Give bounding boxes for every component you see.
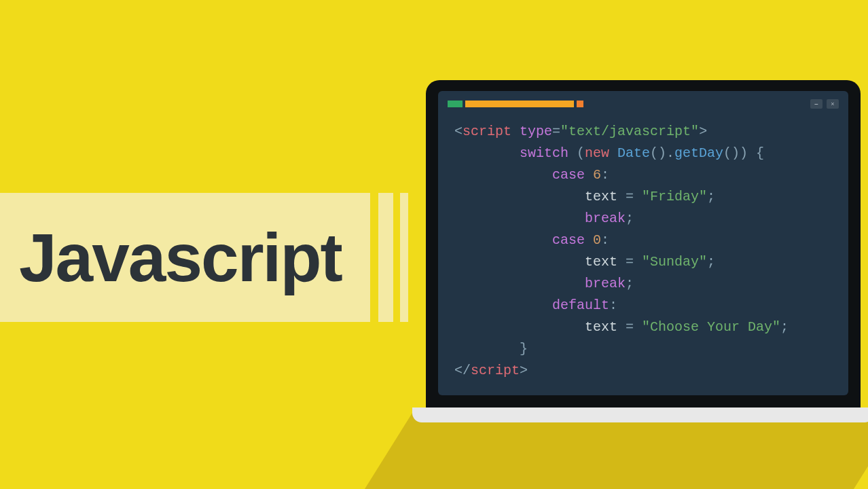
tk-getday: getDay (674, 145, 723, 161)
tk-sunday: "Sunday" (642, 254, 707, 270)
tk-tag-script-close: script (471, 363, 520, 378)
tk-tag-script-open: script (463, 124, 511, 139)
indent (454, 276, 585, 291)
tk-paren-open: ( (568, 145, 585, 161)
indent (454, 341, 520, 357)
window-close-button[interactable]: × (827, 99, 839, 109)
assign-2: = (617, 254, 642, 270)
editor-topbar: ‒ × (448, 99, 839, 109)
tk-colon-3: : (609, 297, 617, 313)
topbar-accent-green (448, 101, 463, 107)
indent (454, 297, 552, 313)
title-accent-bar-2 (400, 193, 408, 322)
indent (454, 211, 585, 226)
semi-3: ; (707, 254, 715, 270)
topbar-accent-orange (577, 101, 583, 107)
topbar-accent-yellow (465, 101, 574, 107)
tk-choose-day: "Choose Your Day" (642, 319, 780, 335)
indent (454, 254, 585, 270)
tk-getday-tail: ()) { (723, 145, 764, 161)
tk-case-2: case (552, 232, 585, 248)
tk-angle-open: < (454, 124, 463, 139)
semi-1: ; (707, 189, 715, 204)
laptop-shadow (234, 413, 868, 489)
tk-default: default (552, 297, 609, 313)
tk-eq: = (552, 124, 560, 139)
assign-1: = (617, 189, 642, 204)
tk-break-1: break (585, 211, 626, 226)
code-editor-screen: ‒ × <script type="text/javascript"> swit… (438, 91, 848, 395)
tk-case-1: case (552, 167, 585, 183)
laptop-illustration: ‒ × <script type="text/javascript"> swit… (426, 80, 861, 422)
tk-colon-1: : (601, 167, 609, 183)
assign-3: = (617, 319, 642, 335)
tk-date-call: (). (650, 145, 674, 161)
laptop-bezel: ‒ × <script type="text/javascript"> swit… (426, 80, 861, 408)
tk-break-2: break (585, 276, 626, 291)
tk-date-class: Date (609, 145, 650, 161)
title-main: Javascript (0, 193, 370, 322)
tk-colon-2: : (601, 232, 609, 248)
tk-text-1: text (585, 189, 617, 204)
semi-4: ; (626, 276, 634, 291)
tk-angle-close-2: > (520, 363, 528, 378)
semi-5: ; (780, 319, 789, 335)
indent (454, 232, 552, 248)
indent (454, 167, 552, 183)
code-block: <script type="text/javascript"> switch (… (448, 121, 839, 382)
tk-angle-open-close: </ (454, 363, 471, 378)
tk-friday: "Friday" (642, 189, 707, 204)
indent (454, 189, 585, 204)
tk-case-num-1: 6 (585, 167, 601, 183)
tk-angle-close-1: > (699, 124, 707, 139)
tk-case-num-2: 0 (585, 232, 601, 248)
tk-new: new (585, 145, 609, 161)
tk-text-3: text (585, 319, 617, 335)
brace-close: } (520, 341, 528, 357)
title-band: Javascript (0, 193, 408, 322)
window-minimize-button[interactable]: ‒ (810, 99, 822, 109)
tk-switch: switch (520, 145, 568, 161)
tk-attr-value: "text/javascript" (560, 124, 699, 139)
semi-2: ; (626, 211, 634, 226)
tk-attr-type: type (520, 124, 552, 139)
page-title: Javascript (19, 219, 342, 297)
indent (454, 319, 585, 335)
title-accent-bar-1 (378, 193, 393, 322)
indent (454, 145, 520, 161)
tk-text-2: text (585, 254, 617, 270)
laptop-base (412, 408, 868, 422)
